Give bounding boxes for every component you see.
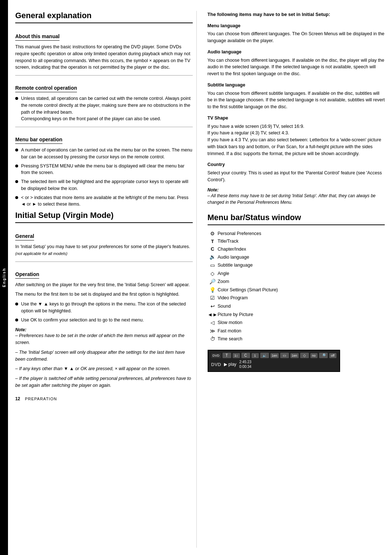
list-item: 💡 Color Settings (Smart Picture) (208, 287, 385, 294)
status-sub-icon: ▭ (280, 353, 289, 358)
note-label: Note: (15, 327, 26, 332)
tv-shape-label: TV Shape (208, 115, 385, 122)
about-manual-heading: About this manual (15, 33, 60, 41)
page-footer: 12 Preparation (15, 396, 193, 401)
initial-setup-title: Initial Setup (Virgin Mode) (15, 211, 193, 223)
audio-language-label: Audio language (208, 49, 385, 56)
about-manual-body: This manual gives the basic instructions… (15, 44, 193, 71)
color-settings-label: Color Settings (Smart Picture) (218, 287, 278, 293)
side-tab: English (0, 0, 8, 555)
menu-bar-status-title: Menu bar/Status window (208, 213, 385, 225)
status-title-val: 1↕ (233, 353, 240, 358)
tv-shape-body: If you have a wide screen (16:9) TV, sel… (208, 123, 385, 157)
status-angle-icon: ◇ (300, 353, 309, 358)
status-zoom-icon: 🔎 (319, 353, 328, 358)
list-item: 🔉 Audio language (208, 254, 385, 261)
status-time-2: 0:00:34 (239, 364, 251, 369)
subtitle-lang-label: Subtitle language (218, 262, 253, 269)
list-item: Pressing SYSTEM MENU while the menu bar … (15, 163, 193, 177)
status-title-icon: T (222, 353, 231, 358)
status-dvd-icon: DVD (211, 353, 221, 358)
status-window: DVD T 1↕ C 1 🔉 1en ▭ 1en ◇ no 🔎 off DVD (208, 350, 340, 372)
picture-by-picture-label: Picture by Picture (218, 312, 253, 318)
list-item: < or > indicates that more items are ava… (15, 194, 193, 208)
color-settings-icon: 💡 (208, 287, 218, 294)
menubar-bullet-3: The selected item will be highlighted an… (21, 178, 193, 192)
sound-icon: ↩ (208, 303, 218, 310)
slow-motion-icon: ◁ (208, 319, 218, 327)
general-body: In 'Initial Setup' you may have to set y… (15, 243, 193, 257)
time-search-icon: ⏱ (208, 336, 218, 343)
operation-body2: The menu for the first item to be set is… (15, 291, 193, 298)
general-explanation-title: General explanation (15, 11, 193, 23)
personal-pref-icon: ⚙ (208, 230, 218, 238)
title-track-icon: T (208, 238, 218, 245)
status-chapter-val: 1 (252, 353, 259, 358)
note-line-2: – The 'Initial Setup' screen will only d… (15, 349, 193, 363)
note-line-3: – If any keys other than ▼ ▲ or OK are p… (15, 365, 193, 372)
zoom-icon: 🔎 (208, 278, 218, 285)
menu-language-body: You can choose from different languages.… (208, 31, 385, 44)
general-italic: (not applicable for all models) (15, 251, 68, 256)
note-line-4: – If the player is switched off while se… (15, 375, 193, 389)
footer-label: Preparation (25, 397, 57, 401)
country-body: Select your country. This is used as inp… (208, 170, 385, 183)
initial-setup-note: Note: – All these items may have to be s… (208, 187, 385, 206)
list-item: ◁ Slow motion (208, 319, 385, 327)
status-angle-val: no (310, 353, 318, 358)
list-item: The selected item will be highlighted an… (15, 178, 193, 192)
menu-bar-op-heading: Menu bar operation (15, 137, 62, 144)
note-lines: – Preferences have to be set in the orde… (15, 332, 193, 389)
remote-control-heading: Remote control operation (15, 85, 77, 92)
list-item: ⏱ Time search (208, 336, 385, 343)
general-heading: General (15, 233, 34, 240)
bullet-dot (15, 165, 18, 167)
bullet-dot (15, 319, 18, 321)
page-number: 12 (15, 396, 20, 401)
video-program-icon: ☑ (208, 295, 218, 302)
menubar-bullet-2: Pressing SYSTEM MENU while the menu bar … (21, 163, 193, 177)
status-top-row: DVD T 1↕ C 1 🔉 1en ▭ 1en ◇ no 🔎 off (211, 353, 336, 358)
status-chapter-icon: C (241, 353, 250, 358)
list-item: C Chapter/Index (208, 246, 385, 252)
audio-lang-icon: 🔉 (208, 254, 218, 261)
operation-body1: After switching on the player for the ve… (15, 281, 193, 288)
chapter-index-icon: C (208, 246, 218, 252)
list-item: ◇ Angle (208, 270, 385, 278)
subtitle-language-label: Subtitle language (208, 82, 385, 89)
audio-lang-label: Audio language (218, 254, 249, 261)
status-bottom-row: DVD ▶ play 2:45:23 0:00:34 (211, 360, 336, 369)
list-item: ↩ Sound (208, 303, 385, 310)
country-label: Country (208, 161, 385, 168)
list-item: ⚙ Personal Preferences (208, 230, 385, 238)
menu-language-label: Menu language (208, 23, 385, 29)
status-sub-val: 1en (290, 353, 299, 358)
list-item: Use OK to confirm your selection and to … (15, 317, 193, 324)
list-item: ≫ Fast motion (208, 328, 385, 335)
status-time: 2:45:23 0:00:34 (239, 360, 251, 369)
bullet-dot (15, 149, 18, 151)
op-bullet-2: Use OK to confirm your selection and to … (21, 317, 144, 324)
angle-icon: ◇ (208, 270, 218, 278)
zoom-label: Zoom (218, 279, 229, 285)
menubar-bullet-4: < or > indicates that more items are ava… (21, 194, 193, 208)
bullet-dot (15, 97, 18, 100)
status-audio-val: 1en (270, 353, 279, 358)
list-item: 🔎 Zoom (208, 278, 385, 285)
fast-motion-icon: ≫ (208, 328, 218, 335)
chapter-index-label: Chapter/Index (218, 246, 246, 253)
bullet-dot (15, 180, 18, 183)
subtitle-lang-icon: ▭ (208, 262, 218, 269)
menubar-bullet-1: A number of operations can be carried ou… (21, 147, 193, 161)
list-item: Use the ▼ ▲ keys to go through the optio… (15, 301, 193, 315)
bullet-dot (15, 303, 18, 305)
list-item: T Title/Track (208, 238, 385, 245)
initial-setup-header: The following items may have to be set i… (208, 11, 385, 18)
remote-control-bullets: Unless stated, all operations can be car… (15, 95, 193, 122)
note-label2: Note: (208, 187, 219, 193)
operation-heading: Operation (15, 271, 39, 279)
audio-language-body: You can choose from different languages.… (208, 57, 385, 77)
list-item: A number of operations can be carried ou… (15, 147, 193, 161)
list-item: ◄► Picture by Picture (208, 311, 385, 319)
picture-by-picture-icon: ◄► (208, 311, 218, 319)
